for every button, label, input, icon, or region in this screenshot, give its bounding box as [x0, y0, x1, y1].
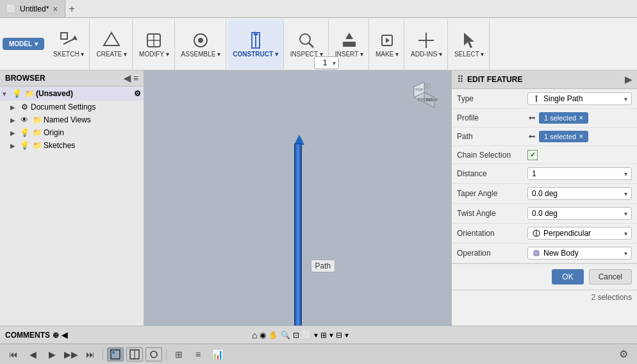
- skip-end-button[interactable]: ⏭: [82, 347, 99, 361]
- timeline-button[interactable]: 📊: [209, 347, 226, 361]
- view-cube[interactable]: 3D FRONT TOP RIGHT: [404, 77, 445, 118]
- orientation-icon: [532, 229, 541, 238]
- insert-button[interactable]: INSERT: [333, 29, 366, 60]
- path-selected-chip[interactable]: 1 selected ×: [539, 131, 588, 142]
- panel-expand-icon[interactable]: ▶: [625, 74, 632, 85]
- display-dropdown-icon[interactable]: ▾: [314, 331, 318, 340]
- next-button[interactable]: ▶▶: [63, 347, 79, 361]
- tree-item-doc-settings[interactable]: ▶ ⚙ Document Settings: [0, 101, 144, 113]
- view-grid-icon[interactable]: ⊞: [320, 331, 327, 340]
- create-icon: [101, 30, 122, 51]
- chain-selection-checkbox-cell[interactable]: ✓: [527, 150, 538, 160]
- cancel-button[interactable]: Cancel: [589, 269, 632, 285]
- toolbar-group-make: MAKE: [370, 19, 404, 69]
- doc-settings-label: Document Settings: [31, 103, 141, 112]
- settings-icon[interactable]: ⚙: [615, 347, 632, 361]
- toolbar-separator-2: [166, 349, 167, 360]
- addins-button[interactable]: ADD-INS: [408, 29, 445, 60]
- assemble-button[interactable]: ASSEMBLE: [179, 29, 224, 60]
- param-row-twist-angle: Twist Angle 0.0 deg ▾: [452, 204, 637, 224]
- sidebar-controls: ◀ ≡: [124, 73, 138, 83]
- play-button[interactable]: ▶: [44, 347, 60, 361]
- type-label: Type: [457, 94, 527, 103]
- display-mode-icon[interactable]: ⬜: [302, 331, 311, 340]
- modify-button[interactable]: MODIFY: [136, 29, 172, 60]
- view-options-icon[interactable]: ▾: [329, 331, 333, 340]
- twist-angle-dropdown[interactable]: 0.0 deg ▾: [527, 207, 632, 220]
- spinner-arrow[interactable]: ▾: [333, 60, 336, 67]
- insert-icon: [339, 30, 360, 51]
- list-view-button[interactable]: ≡: [190, 347, 206, 361]
- viewport-controls-bar: ⌂ ◉ ✋ 🔍 ⊡ ⬜ ▾ ⊞ ▾ ⊟ ▾: [252, 330, 349, 340]
- distance-dropdown[interactable]: 1 ▾: [527, 167, 632, 180]
- construct-button[interactable]: CONSTRUCT: [230, 29, 281, 60]
- path-value: 1 selected ×: [527, 131, 632, 142]
- grid-view-button[interactable]: ⊞: [170, 347, 187, 361]
- zoom-icon[interactable]: 🔍: [281, 331, 290, 340]
- collapse-icon[interactable]: ◀: [62, 331, 67, 340]
- taper-angle-dropdown[interactable]: 0.0 deg ▾: [527, 187, 632, 200]
- panel-footer: OK Cancel: [452, 263, 637, 290]
- panel-drag-icon[interactable]: ⠿: [457, 74, 463, 85]
- tab-close-button[interactable]: ×: [53, 4, 58, 14]
- param-row-chain-selection: Chain Selection ✓: [452, 146, 637, 164]
- ok-button[interactable]: OK: [552, 269, 583, 285]
- comments-section: COMMENTS ⊕ ◀: [5, 331, 67, 340]
- make-button[interactable]: MAKE: [373, 29, 401, 60]
- bottom-toolbar: ⏮ ◀ ▶ ▶▶ ⏭ ⊞ ≡ 📊 ⚙: [0, 343, 637, 364]
- prev-button[interactable]: ◀: [24, 347, 41, 361]
- view-mode-3-button[interactable]: [145, 347, 162, 361]
- create-button[interactable]: CREATE: [94, 29, 129, 60]
- view-mode-2-button[interactable]: [126, 347, 143, 361]
- path-label: Path: [311, 260, 336, 272]
- type-dropdown-arrow: ▾: [624, 95, 627, 103]
- toolbar-expand-icon[interactable]: ⊟: [336, 331, 342, 340]
- spinner-input[interactable]: [317, 58, 333, 67]
- orientation-dropdown[interactable]: Perpendicular ▾: [527, 227, 632, 240]
- root-label: (Unsaved): [36, 89, 134, 98]
- orientation-arrow: ▾: [624, 230, 627, 237]
- svg-marker-3: [104, 33, 119, 46]
- document-tab[interactable]: ⬜ Untitled* ×: [0, 0, 65, 17]
- chain-selection-label: Chain Selection: [457, 151, 527, 160]
- chain-selection-checkbox[interactable]: ✓: [527, 150, 538, 160]
- zoom-window-icon[interactable]: ⊡: [293, 331, 299, 340]
- path-chip-text: 1 selected: [544, 133, 576, 140]
- named-views-arrow: ▶: [10, 117, 18, 124]
- type-dropdown[interactable]: Single Path ▾: [527, 92, 632, 105]
- tree-item-sketches[interactable]: ▶ 💡 📁 Sketches: [0, 139, 144, 152]
- viewport[interactable]: Path Profile 3D FRONT TOP RIGHT: [144, 70, 451, 326]
- profile-chip-clear[interactable]: ×: [579, 113, 583, 122]
- toolbar-expand-arrow[interactable]: ▾: [345, 331, 349, 340]
- tree-root-item[interactable]: ▾ 💡 📁 (Unsaved) ⚙: [0, 87, 144, 101]
- add-comment-icon[interactable]: ⊕: [53, 331, 59, 340]
- skip-start-button[interactable]: ⏮: [5, 347, 22, 361]
- sketch-button[interactable]: SKETCH: [51, 29, 87, 60]
- new-tab-button[interactable]: +: [69, 3, 75, 15]
- model-button[interactable]: MODEL ▾: [3, 38, 44, 50]
- path-chip-clear[interactable]: ×: [579, 132, 583, 141]
- sketches-icon: 💡: [19, 140, 29, 151]
- svg-point-8: [198, 38, 203, 43]
- toolbar-group-select: SELECT: [449, 19, 490, 69]
- orientation-label: Orientation: [457, 229, 527, 238]
- modify-icon: [144, 30, 164, 51]
- profile-selected-chip[interactable]: 1 selected ×: [539, 112, 588, 124]
- tree-item-origin[interactable]: ▶ 💡 📁 Origin: [0, 126, 144, 139]
- sidebar-toggle-button[interactable]: ◀: [124, 73, 131, 83]
- param-row-taper-angle: Taper Angle 0.0 deg ▾: [452, 184, 637, 204]
- operation-dropdown[interactable]: New Body ▾: [527, 247, 632, 260]
- operation-arrow: ▾: [624, 250, 627, 257]
- tree-item-named-views[interactable]: ▶ 👁 📁 Named Views: [0, 113, 144, 126]
- home-icon[interactable]: ⌂: [252, 330, 257, 340]
- quantity-spinner[interactable]: ▾: [314, 56, 339, 69]
- select-button[interactable]: SELECT: [452, 29, 487, 60]
- taper-angle-value-text: 0.0 deg: [532, 189, 558, 198]
- view-mode-1-button[interactable]: [107, 347, 124, 361]
- fit-view-icon[interactable]: ◉: [260, 331, 266, 340]
- pan-icon[interactable]: ✋: [269, 331, 278, 340]
- path-param-label: Path: [457, 132, 527, 141]
- orientation-value-text: Perpendicular: [543, 229, 591, 238]
- inspect-button[interactable]: INSPECT: [288, 29, 326, 60]
- sidebar-menu-button[interactable]: ≡: [133, 73, 138, 83]
